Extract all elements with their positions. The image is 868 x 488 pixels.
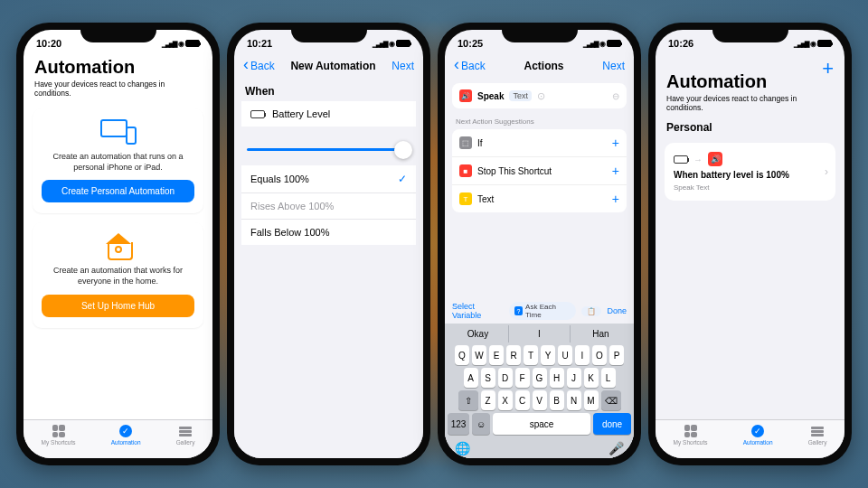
section-personal: Personal — [656, 114, 844, 137]
slider-thumb[interactable] — [394, 141, 412, 159]
battery-icon — [607, 40, 621, 47]
key-C[interactable]: C — [515, 390, 530, 410]
battery-icon — [817, 40, 832, 47]
key-A[interactable]: A — [464, 368, 478, 388]
home-automation-card: Create an automation that works for ever… — [33, 222, 203, 327]
nav-bar: Back New Automation Next — [234, 55, 423, 78]
add-icon[interactable]: + — [612, 164, 619, 178]
chevron-right-icon: › — [825, 165, 828, 178]
prediction[interactable]: Okay — [448, 325, 508, 343]
key-D[interactable]: D — [498, 368, 513, 388]
prediction[interactable]: I — [508, 325, 570, 343]
setup-home-button[interactable]: Set Up Home Hub — [42, 295, 194, 317]
battery-icon — [185, 40, 200, 47]
key-J[interactable]: J — [567, 368, 581, 388]
battery-slider[interactable] — [247, 148, 410, 151]
key-V[interactable]: V — [533, 390, 547, 410]
devices-icon — [100, 119, 137, 145]
key-M[interactable]: M — [584, 390, 599, 410]
key-R[interactable]: R — [506, 345, 521, 365]
expand-icon[interactable]: ⊙ — [537, 90, 545, 102]
ask-each-time[interactable]: ?Ask Each Time — [509, 302, 577, 320]
wifi-icon — [178, 39, 184, 48]
speaker-icon: 🔊 — [459, 89, 472, 102]
clipboard-token[interactable]: 📋 — [581, 306, 601, 316]
stop-icon: ■ — [459, 164, 472, 177]
mic-icon[interactable]: 🎤 — [609, 441, 624, 455]
delete-key[interactable]: ⌫ — [601, 390, 621, 410]
tab-shortcuts[interactable]: My Shortcuts — [674, 424, 708, 446]
key-I[interactable]: I — [575, 345, 590, 365]
home-icon — [104, 233, 133, 258]
option-equals[interactable]: Equals 100%✓ — [241, 165, 416, 193]
done-key[interactable]: done — [593, 413, 631, 435]
key-K[interactable]: K — [584, 368, 599, 388]
suggestion-stop[interactable]: ■Stop This Shortcut+ — [452, 157, 627, 185]
suggestion-text[interactable]: TText+ — [452, 185, 627, 212]
key-L[interactable]: L — [601, 368, 616, 388]
signal-icon — [794, 39, 808, 48]
key-Q[interactable]: Q — [455, 345, 469, 365]
tab-gallery[interactable]: Gallery — [176, 424, 195, 446]
back-button[interactable]: Back — [243, 59, 275, 72]
key-G[interactable]: G — [533, 368, 547, 388]
close-icon[interactable]: ⊖ — [612, 91, 619, 101]
signal-icon — [583, 39, 598, 48]
suggestion-if[interactable]: ⬚If+ — [452, 129, 627, 157]
next-button[interactable]: Next — [602, 60, 625, 72]
key-U[interactable]: U — [558, 345, 572, 365]
notch — [712, 23, 788, 42]
key-row-3: ⇧ZXCVBNM⌫ — [448, 390, 631, 410]
key-Z[interactable]: Z — [481, 390, 495, 410]
key-P[interactable]: P — [609, 345, 624, 365]
battery-icon — [396, 40, 410, 47]
notch — [502, 23, 578, 42]
wifi-icon — [599, 39, 605, 48]
key-T[interactable]: T — [524, 345, 538, 365]
option-falls[interactable]: Falls Below 100% — [241, 220, 416, 245]
key-E[interactable]: E — [489, 345, 504, 365]
key-H[interactable]: H — [550, 368, 564, 388]
key-B[interactable]: B — [550, 390, 564, 410]
key-O[interactable]: O — [592, 345, 607, 365]
option-rises[interactable]: Rises Above 100% — [241, 193, 416, 220]
tab-shortcuts[interactable]: My Shortcuts — [42, 424, 76, 446]
tab-gallery[interactable]: Gallery — [808, 424, 827, 446]
key-123[interactable]: 123 — [448, 413, 469, 435]
create-personal-button[interactable]: Create Personal Automation — [42, 180, 194, 202]
when-label: When — [234, 78, 423, 101]
back-button[interactable]: Back — [454, 59, 486, 72]
battery-icon — [674, 155, 688, 164]
trigger-row[interactable]: Battery Level — [241, 101, 416, 127]
add-icon[interactable]: + — [612, 136, 619, 150]
add-button[interactable]: + — [822, 57, 834, 80]
speak-action[interactable]: 🔊 Speak Text ⊙ ⊖ — [452, 83, 627, 108]
personal-desc: Create an automation that runs on a pers… — [42, 152, 194, 173]
shift-key[interactable]: ⇧ — [458, 390, 478, 410]
nav-title: Actions — [524, 60, 563, 72]
key-W[interactable]: W — [472, 345, 486, 365]
key-Y[interactable]: Y — [541, 345, 555, 365]
clock: 10:26 — [668, 38, 693, 49]
speaker-icon: 🔊 — [708, 152, 722, 166]
chevron-left-icon — [243, 59, 249, 72]
key-F[interactable]: F — [515, 368, 530, 388]
add-icon[interactable]: + — [612, 192, 619, 206]
prediction[interactable]: Han — [570, 325, 631, 343]
tab-bar: My Shortcuts ✓Automation Gallery — [656, 419, 844, 458]
space-key[interactable]: space — [493, 413, 590, 435]
phone-3: 10:25 Back Actions Next 🔊 Speak Text ⊙ ⊖… — [438, 23, 641, 465]
next-button[interactable]: Next — [392, 60, 414, 72]
automation-item[interactable]: → 🔊 When battery level is 100% Speak Tex… — [665, 143, 835, 201]
done-link[interactable]: Done — [607, 306, 627, 315]
select-variable[interactable]: Select Variable — [452, 302, 504, 320]
globe-icon[interactable]: 🌐 — [455, 441, 470, 455]
text-field[interactable]: Text — [509, 90, 532, 101]
key-X[interactable]: X — [498, 390, 513, 410]
key-N[interactable]: N — [567, 390, 581, 410]
tab-automation[interactable]: ✓Automation — [743, 424, 773, 446]
tab-bar: My Shortcuts ✓Automation Gallery — [24, 419, 212, 458]
key-S[interactable]: S — [481, 368, 495, 388]
tab-automation[interactable]: ✓Automation — [111, 424, 141, 446]
emoji-key[interactable]: ☺ — [472, 413, 490, 435]
